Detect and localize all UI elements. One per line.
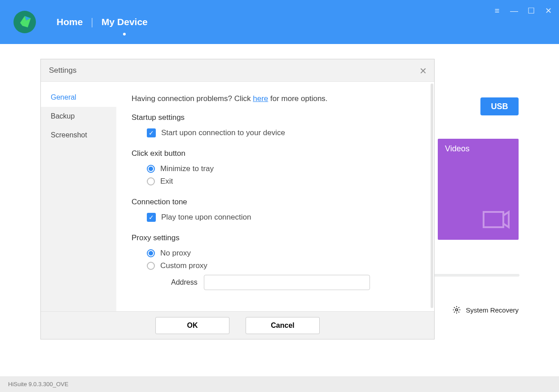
usb-button[interactable]: USB — [480, 97, 519, 115]
maximize-icon[interactable]: ☐ — [527, 6, 536, 15]
help-link[interactable]: here — [253, 94, 268, 103]
videos-tile[interactable]: Videos — [438, 139, 519, 240]
sidebar-item-screenshot[interactable]: Screenshot — [41, 126, 116, 145]
ok-button[interactable]: OK — [155, 317, 229, 334]
system-recovery-link[interactable]: System Recovery — [452, 305, 519, 314]
radio-custom-proxy[interactable] — [147, 262, 155, 270]
label-exit: Exit — [160, 177, 173, 186]
scrollbar-thumb[interactable] — [431, 84, 433, 308]
label-play-tone: Play tone upon connection — [161, 213, 251, 222]
section-exit: Click exit button — [132, 149, 419, 158]
sidebar-item-backup[interactable]: Backup — [41, 107, 116, 126]
system-recovery-label: System Recovery — [466, 306, 519, 314]
section-proxy: Proxy settings — [132, 233, 419, 242]
label-custom-proxy: Custom proxy — [160, 261, 207, 270]
film-icon — [483, 208, 510, 231]
status-bar: HiSuite 9.0.3.300_OVE — [0, 376, 559, 392]
dialog-title-text: Settings — [49, 66, 76, 75]
label-minimize-tray: Minimize to tray — [160, 164, 214, 173]
app-header: Home | My Device ≡ ― ☐ ✕ — [0, 0, 559, 44]
nav-my-device[interactable]: My Device — [93, 17, 156, 27]
menu-icon[interactable]: ≡ — [493, 6, 502, 15]
checkbox-start-on-connect[interactable]: ✓ — [147, 128, 156, 137]
minimize-icon[interactable]: ― — [510, 6, 519, 15]
dialog-sidebar: General Backup Screenshot — [41, 82, 116, 311]
dialog-footer: OK Cancel — [41, 311, 434, 339]
sidebar-item-general[interactable]: General — [41, 88, 116, 107]
cancel-button[interactable]: Cancel — [246, 317, 320, 334]
label-no-proxy: No proxy — [160, 249, 191, 258]
radio-no-proxy[interactable] — [147, 249, 155, 257]
connection-help-text: Having connection problems? Click here f… — [132, 94, 419, 103]
nav-home[interactable]: Home — [48, 17, 91, 27]
videos-label: Videos — [445, 144, 470, 153]
label-start-on-connect: Start upon connection to your device — [161, 128, 285, 137]
proxy-address-input[interactable] — [204, 275, 370, 290]
close-icon[interactable]: ✕ — [544, 6, 553, 15]
dialog-close-icon[interactable]: ✕ — [419, 66, 427, 76]
checkbox-play-tone[interactable]: ✓ — [147, 213, 156, 222]
settings-dialog: Settings ✕ General Backup Screenshot Hav… — [40, 59, 435, 339]
window-controls: ≡ ― ☐ ✕ — [493, 6, 553, 15]
section-tone: Connection tone — [132, 198, 419, 207]
gear-icon — [452, 305, 461, 314]
status-version: HiSuite 9.0.3.300_OVE — [8, 381, 68, 388]
dialog-titlebar: Settings ✕ — [41, 59, 434, 82]
radio-exit[interactable] — [147, 177, 155, 185]
proxy-address-label: Address — [171, 278, 198, 286]
dialog-content: Having connection problems? Click here f… — [116, 82, 434, 311]
radio-minimize-tray[interactable] — [147, 165, 155, 173]
app-logo — [13, 11, 36, 33]
section-startup: Startup settings — [132, 113, 419, 122]
svg-point-2 — [456, 309, 458, 311]
